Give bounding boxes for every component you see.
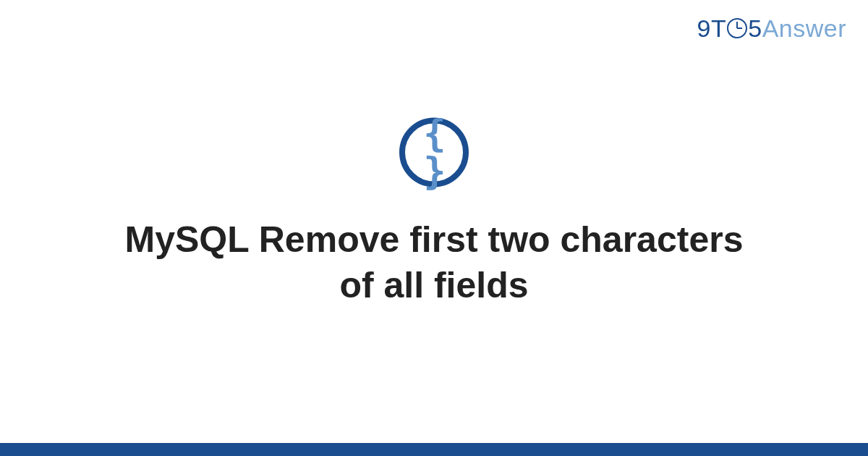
logo-text-answer: Answer <box>762 14 846 43</box>
main-content: { } MySQL Remove first two characters of… <box>0 117 868 308</box>
site-logo: 9T 5 Answer <box>697 14 846 43</box>
footer-bar <box>0 443 868 456</box>
logo-text-5: 5 <box>748 14 762 43</box>
clock-icon <box>727 18 747 38</box>
logo-text-9t: 9T <box>697 14 727 43</box>
category-icon-circle: { } <box>399 117 469 187</box>
page-title: MySQL Remove first two characters of all… <box>109 217 760 308</box>
code-braces-icon: { } <box>405 114 463 190</box>
